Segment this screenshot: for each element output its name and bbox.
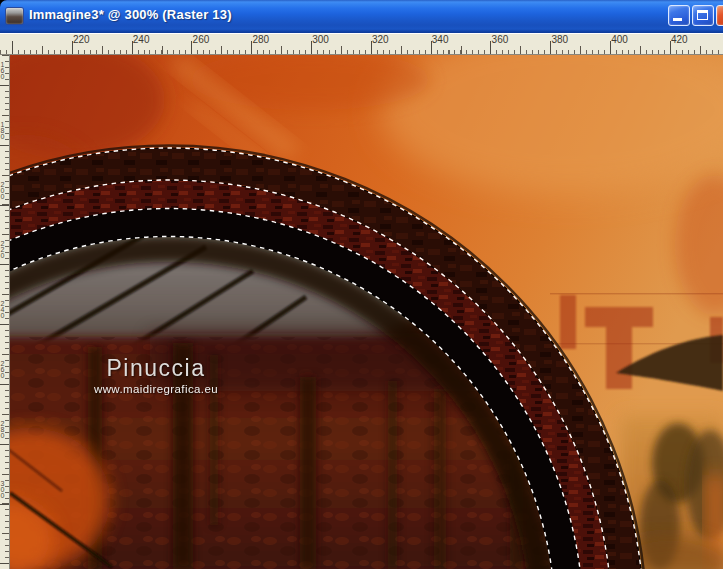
ruler-tick-label: 220 (0, 240, 6, 258)
ruler-tick-label: 200 (0, 181, 6, 199)
ruler-tick-label: 360 (492, 35, 509, 45)
maximize-icon (697, 10, 708, 20)
ruler-tick-label: 240 (0, 300, 6, 318)
titlebar[interactable]: Immagine3* @ 300% (Raster 13) (0, 0, 723, 33)
artwork (10, 55, 723, 569)
ruler-tick-label: 280 (0, 420, 6, 438)
ruler-tick-label: 300 (0, 480, 6, 498)
minimize-icon (673, 18, 682, 21)
window-title: Immagine3* @ 300% (Raster 13) (29, 7, 232, 22)
ruler-tick-label: 160 (0, 61, 6, 79)
ruler-tick-label: 260 (0, 360, 6, 378)
window-controls (668, 5, 723, 26)
ruler-tick-label: 400 (611, 35, 628, 45)
app-window: Immagine3* @ 300% (Raster 13) 2202402602… (0, 0, 723, 569)
ruler-tick-label: 320 (372, 35, 389, 45)
ruler-tick-label: 220 (73, 35, 90, 45)
close-button[interactable] (716, 5, 723, 26)
ruler-vertical[interactable]: 160180200220240260280300 (0, 55, 10, 569)
minimize-button[interactable] (668, 5, 690, 26)
ruler-tick-label: 340 (432, 35, 449, 45)
ruler-tick-label: 300 (312, 35, 329, 45)
ruler-tick-label: 280 (252, 35, 269, 45)
ruler-tick-label: 380 (551, 35, 568, 45)
ruler-tick-label: 260 (193, 35, 210, 45)
image-thumbnail-icon (6, 8, 23, 24)
ruler-tick-label: 240 (133, 35, 150, 45)
ruler-tick-label: 420 (671, 35, 688, 45)
ruler-horizontal[interactable]: 220240260280300320340360380400420 (0, 33, 723, 55)
ruler-tick-label: 180 (0, 121, 6, 139)
image-canvas[interactable]: Pinuccia www.maidiregrafica.eu (10, 55, 723, 569)
maximize-button[interactable] (692, 5, 714, 26)
